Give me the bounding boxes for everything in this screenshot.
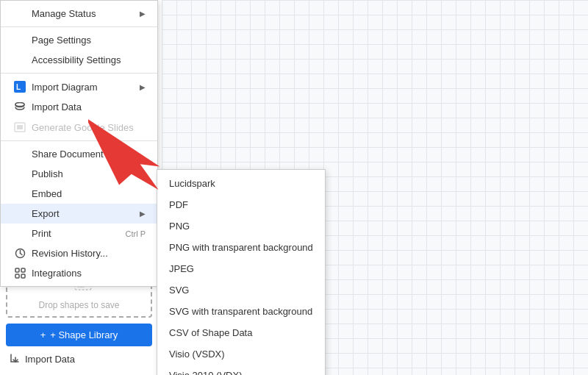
submenu-item-visio-vdx[interactable]: Visio 2010 (VDX) [157,365,325,375]
menu-item-page-settings[interactable]: Page Settings [1,30,157,50]
submenu-item-lucidspark[interactable]: Lucidspark [157,173,325,194]
menu-item-print[interactable]: Print Ctrl P [1,224,157,243]
menu-item-generate-google-slides: Generate Google Slides [1,117,157,138]
menu-item-import-diagram[interactable]: L Import Diagram ▶ [1,76,157,97]
submenu-item-svg[interactable]: SVG [157,279,325,301]
svg-line-7 [20,254,22,255]
submenu-item-png-transparent[interactable]: PNG with transparent background [157,237,325,258]
submenu-item-pdf[interactable]: PDF [157,194,325,215]
divider-3 [1,140,157,141]
menu-item-integrations[interactable]: Integrations [1,263,157,283]
menu-item-publish[interactable]: Publish [1,164,157,184]
shape-library-label: + Shape Library [50,329,118,340]
import-diagram-arrow: ▶ [140,83,146,91]
menu-item-revision-history[interactable]: Revision History... [1,243,157,263]
svg-rect-4 [17,125,23,129]
menu-item-embed[interactable]: Embed [1,184,157,204]
svg-rect-9 [21,268,25,272]
drop-shapes-label: Drop shapes to save [38,300,119,310]
shape-library-button[interactable]: + + Shape Library [6,324,152,346]
svg-rect-10 [15,274,19,278]
svg-text:L: L [16,83,21,91]
svg-rect-8 [15,268,19,272]
svg-rect-11 [21,274,25,278]
shape-library-plus-icon: + [40,329,46,340]
import-data-row-label: Import Data [25,354,75,365]
menu-item-accessibility-settings[interactable]: Accessibility Settings [1,50,157,70]
menu-item-export[interactable]: Export ▶ [1,204,157,224]
db-icon [12,102,27,113]
submenu-item-png[interactable]: PNG [157,215,325,237]
menu-item-share-document[interactable]: Share Document [1,144,157,164]
submenu-item-svg-transparent[interactable]: SVG with transparent background [157,301,325,322]
integrations-icon [12,268,27,279]
submenu-item-jpeg[interactable]: JPEG [157,258,325,279]
slides-icon [12,121,27,133]
menu-item-manage-status[interactable]: Manage Status ▶ [1,4,157,24]
import-data-row[interactable]: Import Data [6,346,152,369]
lucid-import-icon: L [12,81,27,93]
clock-icon [12,248,27,259]
import-data-row-icon [9,352,21,366]
submenu-item-csv[interactable]: CSV of Shape Data [157,322,325,343]
main-context-menu: Manage Status ▶ Page Settings Accessibil… [0,0,158,287]
svg-point-2 [15,102,24,106]
menu-item-import-data[interactable]: Import Data [1,97,157,117]
export-submenu: Lucidspark PDF PNG PNG with transparent … [157,169,326,375]
arrow-icon: ▶ [140,10,146,18]
divider-1 [1,26,157,27]
submenu-item-visio-vsdx[interactable]: Visio (VSDX) [157,343,325,365]
export-arrow-icon: ▶ [140,210,146,218]
divider-2 [1,73,157,74]
